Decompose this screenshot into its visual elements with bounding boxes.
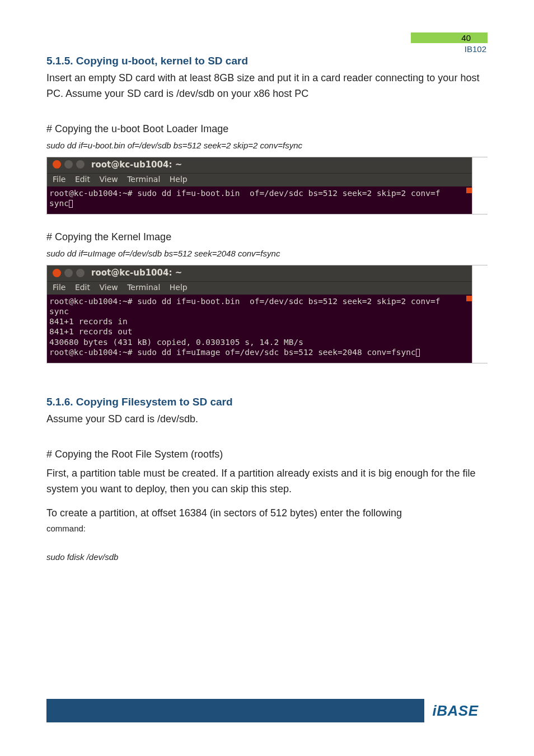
terminal-output: root@kc-ub1004:~# sudo dd if=u-boot.bin … (47, 186, 472, 214)
terminal-screenshot-2: root@kc-ub1004: ~ File Edit View Termina… (46, 265, 488, 363)
cursor-icon (69, 200, 73, 208)
menu-view: View (99, 175, 118, 184)
maximize-icon (76, 269, 85, 277)
section-heading-516: 5.1.6. Copying Filesystem to SD card (46, 396, 488, 408)
command-kernel: sudo dd if=uImage of=/dev/sdb bs=512 see… (46, 249, 488, 258)
terminal-titlebar: root@kc-ub1004: ~ (47, 265, 472, 281)
menu-file: File (53, 175, 65, 184)
minimize-icon (64, 269, 73, 277)
footer-logo: iBASE (423, 699, 488, 722)
menu-file: File (53, 283, 65, 292)
page-number: 40 (411, 32, 488, 43)
terminal-line: sync (49, 199, 69, 208)
model-code: IB102 (411, 44, 488, 54)
terminal-menubar: File Edit View Terminal Help (47, 173, 472, 186)
section-516-p2: To create a partition, at offset 16384 (… (46, 506, 488, 521)
command-uboot: sudo dd if=u-boot.bin of=/dev/sdb bs=512… (46, 141, 488, 150)
menu-terminal: Terminal (127, 175, 160, 184)
section-516-p3: command: (46, 524, 488, 533)
minimize-icon (64, 160, 73, 169)
footer-blue-bar (46, 699, 424, 722)
menu-view: View (99, 283, 118, 292)
terminal-titlebar: root@kc-ub1004: ~ (47, 157, 472, 173)
page-body: 5.1.5. Copying u-boot, kernel to SD card… (0, 0, 534, 562)
logo-text: iBASE (433, 702, 479, 720)
terminal-screenshot-1: root@kc-ub1004: ~ File Edit View Termina… (46, 157, 488, 214)
sub-heading-rootfs: # Copying the Root File System (rootfs) (46, 449, 488, 460)
terminal-output: root@kc-ub1004:~# sudo dd if=u-boot.bin … (47, 295, 472, 363)
cursor-icon (416, 349, 420, 357)
close-icon (53, 269, 61, 277)
close-icon (53, 160, 61, 169)
terminal-title-text: root@kc-ub1004: ~ (91, 268, 182, 278)
terminal-right-gutter (472, 157, 488, 214)
terminal-line: root@kc-ub1004:~# sudo dd if=uImage of=/… (49, 348, 416, 357)
sub-heading-kernel: # Copying the Kernel Image (46, 231, 488, 243)
terminal-line: 841+1 records out (49, 327, 132, 336)
section-516-p1: First, a partition table must be created… (46, 466, 488, 497)
section-516-intro: Assume your SD card is /dev/sdb. (46, 412, 488, 427)
header-badge: 40 IB102 (411, 32, 488, 54)
terminal-line: root@kc-ub1004:~# sudo dd if=u-boot.bin … (49, 297, 440, 306)
terminal-menubar: File Edit View Terminal Help (47, 281, 472, 295)
terminal-window: root@kc-ub1004: ~ File Edit View Termina… (47, 157, 472, 214)
footer-bar: iBASE (46, 699, 488, 722)
menu-help: Help (170, 283, 188, 292)
scrollbar-indicator-icon (466, 188, 472, 193)
terminal-line: 430680 bytes (431 kB) copied, 0.0303105 … (49, 338, 303, 347)
section-515-intro: Insert an empty SD card with at least 8G… (46, 71, 488, 102)
menu-edit: Edit (75, 175, 90, 184)
sub-heading-uboot: # Copying the u-boot Boot Loader Image (46, 123, 488, 135)
menu-terminal: Terminal (127, 283, 160, 292)
command-fdisk: sudo fdisk /dev/sdb (46, 552, 488, 562)
menu-help: Help (170, 175, 188, 184)
terminal-window: root@kc-ub1004: ~ File Edit View Termina… (47, 265, 472, 363)
menu-edit: Edit (75, 283, 90, 292)
terminal-right-gutter (472, 265, 488, 363)
section-heading-515: 5.1.5. Copying u-boot, kernel to SD card (46, 55, 488, 67)
maximize-icon (76, 160, 85, 169)
terminal-line: root@kc-ub1004:~# sudo dd if=u-boot.bin … (49, 189, 440, 198)
terminal-line: sync (49, 307, 69, 316)
terminal-line: 841+1 records in (49, 317, 128, 326)
terminal-title-text: root@kc-ub1004: ~ (91, 160, 182, 170)
scrollbar-indicator-icon (466, 296, 472, 301)
